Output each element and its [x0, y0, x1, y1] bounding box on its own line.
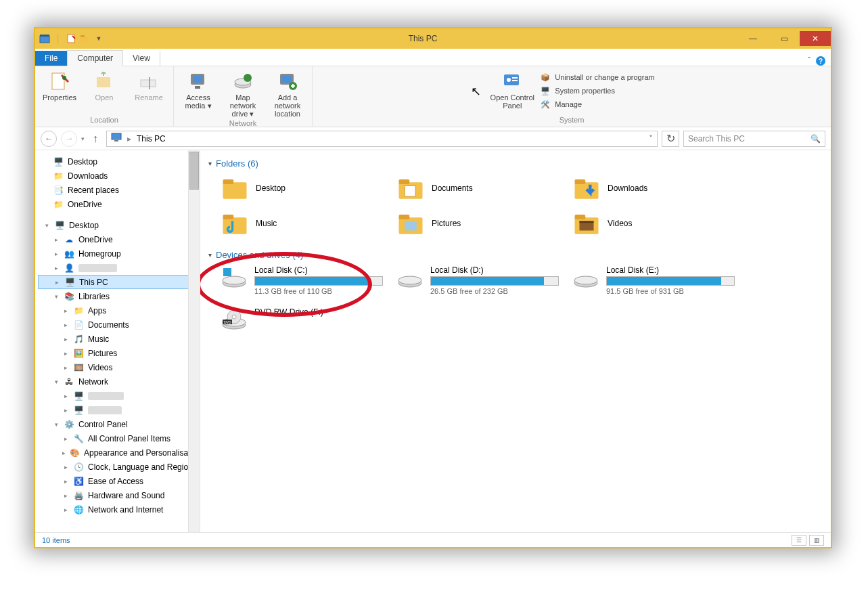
access-media-button[interactable]: Access media ▾ — [179, 69, 217, 118]
drive-f-label: DVD RW Drive (F:) — [254, 307, 383, 317]
nav-up-button[interactable]: ↑ — [89, 133, 102, 145]
view-icons-button[interactable]: ▥ — [809, 535, 824, 546]
tree-user[interactable]: ▸👤 — [38, 261, 200, 275]
folder-videos[interactable]: Videos — [572, 209, 728, 238]
tree-cp-hardware[interactable]: ▸🖨️Hardware and Sound — [38, 488, 200, 502]
drive-icon — [396, 265, 424, 290]
minimize-button[interactable]: — — [737, 31, 769, 46]
breadcrumb-this-pc[interactable]: This PC — [137, 134, 166, 144]
tree-network[interactable]: ▾🖧Network — [38, 374, 200, 389]
open-control-panel-button[interactable]: Open Control Panel — [488, 69, 536, 114]
tree-cp-network[interactable]: ▸🌐Network and Internet — [38, 502, 200, 517]
tree-cp-appearance[interactable]: ▸🎨Appearance and Personalisation — [38, 445, 200, 460]
svg-rect-28 — [399, 179, 410, 184]
folder-downloads[interactable]: Downloads — [572, 174, 728, 202]
ribbon-collapse-icon[interactable]: ˆ — [808, 56, 810, 66]
status-bar: 10 items ☰ ▥ — [35, 532, 831, 547]
uninstall-program-link[interactable]: 📦Uninstall or change a program — [540, 72, 654, 83]
nav-history-dropdown[interactable]: ▾ — [81, 135, 85, 142]
svg-rect-31 — [575, 179, 586, 184]
drive-e[interactable]: Local Disk (E:) 91.5 GB free of 931 GB — [572, 265, 735, 295]
refresh-button[interactable]: ↻ — [662, 131, 679, 147]
tree-libraries[interactable]: ▾📚Libraries — [38, 289, 200, 303]
tree-cp-all[interactable]: ▸🔧All Control Panel Items — [38, 431, 200, 445]
svg-rect-2 — [68, 35, 74, 43]
add-network-location-button[interactable]: Add a network location — [269, 69, 306, 118]
qat-dropdown-icon[interactable]: ▼ — [93, 33, 104, 44]
svg-text:DVD: DVD — [224, 320, 231, 324]
svg-rect-33 — [223, 215, 234, 219]
svg-rect-17 — [282, 76, 292, 83]
address-bar[interactable]: ▸ This PC ˅ — [106, 131, 658, 147]
address-dropdown-icon[interactable]: ˅ — [649, 134, 653, 144]
folder-music[interactable]: Music — [221, 209, 376, 238]
ribbon-group-location: Properties Open Rename Location — [35, 66, 174, 127]
tree-onedrive-fav[interactable]: 📁OneDrive — [38, 197, 200, 211]
drive-c-usage-bar — [254, 276, 383, 286]
tree-pictures[interactable]: ▸🖼️Pictures — [38, 346, 200, 360]
tree-music[interactable]: ▸🎵Music — [38, 332, 200, 346]
map-network-drive-button[interactable]: Map network drive ▾ — [224, 69, 262, 118]
nav-tree[interactable]: 🖥️Desktop 📁Downloads 📑Recent places 📁One… — [35, 150, 200, 532]
manage-link[interactable]: 🛠️Manage — [540, 99, 582, 110]
properties-button[interactable]: Properties — [41, 69, 78, 114]
nav-back-button[interactable]: ← — [41, 131, 57, 147]
search-placeholder: Search This PC — [688, 134, 745, 144]
maximize-button[interactable]: ▭ — [769, 31, 800, 46]
content-pane[interactable]: ▾Folders (6) Desktop Documents Downloads — [200, 150, 831, 532]
help-icon[interactable]: ? — [816, 56, 825, 66]
svg-rect-36 — [405, 221, 417, 231]
svg-rect-26 — [223, 179, 234, 184]
drive-c[interactable]: Local Disk (C:) 11.3 GB free of 110 GB — [221, 265, 383, 295]
svg-rect-40 — [580, 221, 594, 223]
titlebar[interactable]: │ ▼ This PC — ▭ ✕ — [35, 28, 831, 49]
view-details-button[interactable]: ☰ — [792, 535, 806, 546]
search-icon: 🔍 — [810, 134, 821, 144]
tree-network-pc2[interactable]: ▸🖥️ — [38, 403, 200, 417]
search-input[interactable]: Search This PC 🔍 — [683, 131, 825, 147]
close-button[interactable]: ✕ — [800, 31, 831, 46]
svg-rect-21 — [512, 77, 518, 79]
section-drives-header[interactable]: ▾Devices and drives (4) — [208, 250, 823, 260]
folder-documents[interactable]: Documents — [396, 174, 552, 202]
folder-pictures[interactable]: Pictures — [396, 209, 552, 238]
tree-onedrive[interactable]: ▸☁OneDrive — [38, 232, 200, 246]
svg-point-20 — [507, 78, 511, 82]
sidebar-scrollbar[interactable] — [188, 150, 200, 532]
tree-control-panel[interactable]: ▾⚙️Control Panel — [38, 417, 200, 431]
tree-documents[interactable]: ▸📄Documents — [38, 318, 200, 332]
drive-f[interactable]: DVD DVD RW Drive (F:) — [221, 307, 383, 332]
ribbon-tabs: File Computer View ˆ ? — [35, 49, 831, 66]
tree-network-pc1[interactable]: ▸🖥️ — [38, 389, 200, 403]
ribbon-group-system: Open Control Panel 📦Uninstall or change … — [313, 66, 831, 127]
tree-recent-places[interactable]: 📑Recent places — [38, 183, 200, 197]
svg-rect-9 — [149, 77, 150, 89]
tab-view[interactable]: View — [123, 51, 160, 66]
section-folders-header[interactable]: ▾Folders (6) — [208, 158, 823, 169]
qat-properties-icon[interactable] — [66, 33, 77, 44]
qat-newfolder-icon[interactable] — [80, 33, 91, 44]
tab-computer[interactable]: Computer — [67, 50, 123, 66]
tree-cp-ease[interactable]: ▸♿Ease of Access — [38, 474, 200, 488]
system-properties-link[interactable]: 🖥️System properties — [540, 85, 615, 96]
tree-videos[interactable]: ▸🎞️Videos — [38, 360, 200, 374]
folder-desktop[interactable]: Desktop — [221, 174, 376, 202]
svg-rect-22 — [512, 80, 518, 81]
tree-desktop-root[interactable]: ▾🖥️Desktop — [38, 218, 200, 232]
svg-point-15 — [244, 74, 252, 82]
drive-d[interactable]: Local Disk (D:) 26.5 GB free of 232 GB — [396, 265, 559, 295]
drive-d-free: 26.5 GB free of 232 GB — [430, 287, 559, 295]
address-bar-row: ← → ▾ ↑ ▸ This PC ˅ ↻ Search This PC 🔍 — [35, 127, 831, 150]
tree-downloads-fav[interactable]: 📁Downloads — [38, 169, 200, 183]
rename-button: Rename — [130, 69, 168, 114]
status-item-count: 10 items — [42, 536, 70, 544]
tree-cp-clock[interactable]: ▸🕓Clock, Language and Region — [38, 460, 200, 474]
tab-file[interactable]: File — [35, 51, 67, 66]
svg-rect-4 — [81, 35, 85, 37]
tree-this-pc[interactable]: ▸🖥️This PC — [38, 275, 200, 289]
svg-rect-3 — [81, 37, 89, 43]
svg-point-45 — [398, 276, 421, 284]
tree-apps[interactable]: ▸📁Apps — [38, 303, 200, 318]
tree-desktop-fav[interactable]: 🖥️Desktop — [38, 154, 200, 169]
tree-homegroup[interactable]: ▸👥Homegroup — [38, 246, 200, 261]
